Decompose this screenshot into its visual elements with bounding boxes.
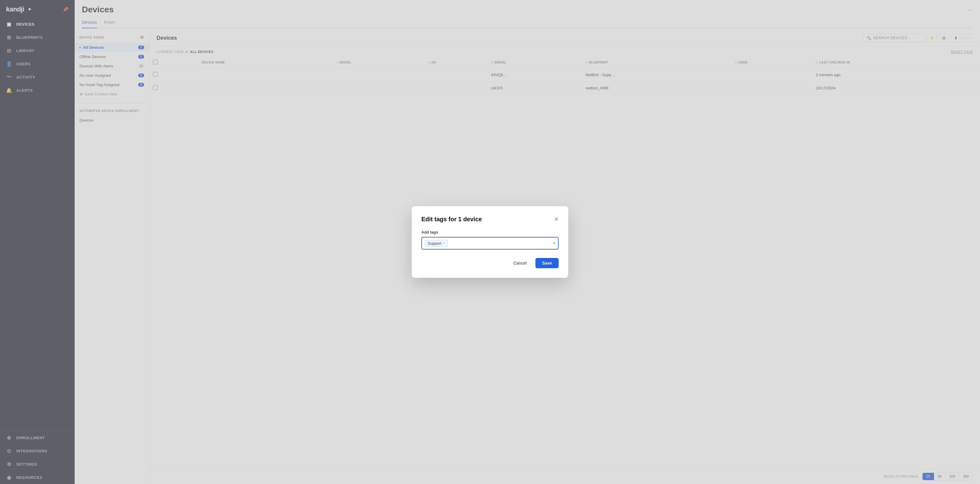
modal-close-button[interactable]: ✕ — [554, 217, 558, 222]
save-button[interactable]: Save — [535, 258, 558, 268]
tag-chip-remove-button[interactable]: × — [443, 241, 445, 245]
edit-tags-modal: Edit tags for 1 device ✕ Add tags Suppor… — [412, 206, 568, 278]
modal-title: Edit tags for 1 device — [422, 216, 482, 223]
modal-footer: Cancel Save — [422, 258, 558, 268]
tags-text-input[interactable] — [450, 241, 551, 245]
modal-overlay: Edit tags for 1 device ✕ Add tags Suppor… — [0, 0, 980, 484]
tags-dropdown-arrow[interactable]: ▾ — [553, 241, 555, 245]
tags-input-container[interactable]: Support × ▾ — [422, 237, 558, 250]
tag-chip-label: Support — [428, 241, 442, 245]
cancel-button[interactable]: Cancel — [508, 258, 533, 268]
tag-chip-support: Support × — [425, 240, 448, 247]
modal-header: Edit tags for 1 device ✕ — [422, 216, 558, 223]
modal-add-tags-label: Add tags — [422, 230, 558, 234]
